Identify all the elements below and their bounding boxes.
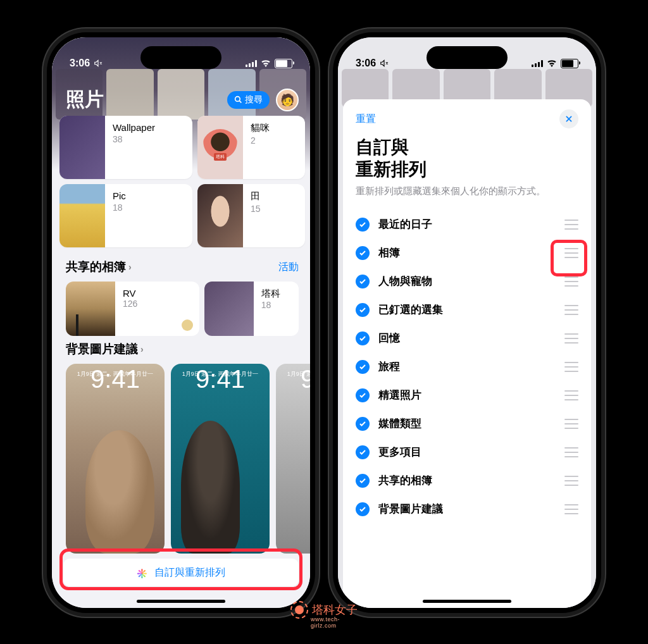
reorder-item-label: 媒體類型 xyxy=(378,416,556,431)
reorder-item-label: 精選照片 xyxy=(378,388,556,402)
album-card-pic[interactable]: Pic 18 xyxy=(59,184,192,247)
album-card-wallpaper[interactable]: Wallpaper 38 xyxy=(59,116,192,179)
drag-handle-icon[interactable] xyxy=(564,362,578,372)
album-card-cat[interactable]: 貓咪 2 xyxy=(197,116,305,179)
reset-button[interactable]: 重置 xyxy=(356,113,376,126)
checkbox-checked[interactable] xyxy=(356,275,370,288)
drag-handle-icon[interactable] xyxy=(564,476,578,486)
reorder-item[interactable]: 相簿 xyxy=(356,238,578,267)
chevron-right-icon: › xyxy=(140,344,144,354)
status-time: 3:06 xyxy=(356,58,376,69)
album-thumb xyxy=(197,184,243,247)
reorder-item-label: 回憶 xyxy=(378,331,556,345)
checkbox-checked[interactable] xyxy=(356,303,370,317)
reorder-item-label: 人物與寵物 xyxy=(378,274,556,288)
mute-icon xyxy=(94,59,103,68)
shared-activity-link[interactable]: 活動 xyxy=(278,261,299,274)
home-indicator[interactable] xyxy=(423,600,511,603)
reorder-item[interactable]: 回憶 xyxy=(356,324,578,352)
reorder-item-label: 更多項目 xyxy=(378,445,556,459)
drag-handle-icon[interactable] xyxy=(564,276,578,287)
iphone-mockup-right: 3:06 重置 xyxy=(329,28,605,617)
reorder-item[interactable]: 已釘選的選集 xyxy=(356,295,578,324)
status-time: 3:06 xyxy=(70,58,90,69)
photos-app-icon xyxy=(137,566,149,579)
reorder-item-label: 相簿 xyxy=(378,245,556,260)
customize-reorder-button[interactable]: 自訂與重新排列 xyxy=(63,559,299,586)
album-thumb xyxy=(59,116,105,179)
reorder-item[interactable]: 人物與寵物 xyxy=(356,267,578,295)
reorder-item[interactable]: 精選照片 xyxy=(356,381,578,409)
battery-icon xyxy=(561,59,578,68)
drag-handle-icon[interactable] xyxy=(564,504,578,514)
drag-handle-icon[interactable] xyxy=(564,305,578,315)
checkbox-checked[interactable] xyxy=(356,360,370,374)
dynamic-island xyxy=(427,46,508,69)
album-thumb xyxy=(66,282,115,336)
drag-handle-icon[interactable] xyxy=(564,220,578,230)
reorder-item-label: 最近的日子 xyxy=(378,217,556,232)
search-button[interactable]: 搜尋 xyxy=(227,91,270,109)
reorder-item-label: 共享的相簿 xyxy=(378,473,556,488)
chevron-right-icon: › xyxy=(128,262,132,272)
svg-point-0 xyxy=(235,97,240,102)
home-indicator[interactable] xyxy=(137,600,225,603)
wifi-icon xyxy=(547,59,557,67)
drag-handle-icon[interactable] xyxy=(564,390,578,400)
album-card-tian[interactable]: 田 15 xyxy=(197,184,305,247)
search-icon xyxy=(234,96,242,104)
album-thumb xyxy=(204,282,254,336)
reorder-item[interactable]: 背景圖片建議 xyxy=(356,495,578,523)
checkbox-checked[interactable] xyxy=(356,474,370,488)
reorder-item-label: 背景圖片建議 xyxy=(378,502,556,516)
customize-sheet: 重置 自訂與重新排列 重新排列或隱藏選集來個人化你的顯示方式。 最近的日子相簿人… xyxy=(343,99,591,608)
reorder-item[interactable]: 更多項目 xyxy=(356,438,578,466)
sheet-title: 自訂與重新排列 xyxy=(356,136,578,180)
drag-handle-icon[interactable] xyxy=(564,333,578,344)
shared-album-techgirlz[interactable]: 塔科 18 xyxy=(204,282,299,336)
close-icon xyxy=(564,115,573,123)
checkbox-checked[interactable] xyxy=(356,246,370,260)
signal-icon xyxy=(246,59,257,67)
checkbox-checked[interactable] xyxy=(356,502,370,516)
app-title: 照片 xyxy=(66,87,104,113)
battery-icon xyxy=(275,59,292,68)
drag-handle-icon[interactable] xyxy=(564,419,578,429)
checkbox-checked[interactable] xyxy=(356,218,370,232)
reorder-item-label: 旅程 xyxy=(378,359,556,374)
reorder-item[interactable]: 最近的日子 xyxy=(356,210,578,238)
iphone-mockup-left: 3:06 照片 搜尋 xyxy=(43,28,319,617)
drag-handle-icon[interactable] xyxy=(564,447,578,457)
shared-owner-badge xyxy=(182,319,193,331)
watermark: 塔科女子 www.tech-girlz.com xyxy=(290,601,358,619)
wallpaper-suggestions-header[interactable]: 背景圖片建議 › xyxy=(66,341,144,357)
reorder-item[interactable]: 媒體類型 xyxy=(356,409,578,438)
wallpaper-suggestion-2[interactable]: 1月9日 週二，丙戌年冬月廿一 9:41 xyxy=(171,364,270,554)
album-thumb xyxy=(59,184,105,247)
close-button[interactable] xyxy=(559,109,578,128)
reorder-item-label: 已釘選的選集 xyxy=(378,302,556,317)
checkbox-checked[interactable] xyxy=(356,331,370,345)
reorder-item[interactable]: 共享的相簿 xyxy=(356,466,578,495)
reorder-item[interactable]: 旅程 xyxy=(356,352,578,381)
sheet-description: 重新排列或隱藏選集來個人化你的顯示方式。 xyxy=(356,185,578,197)
signal-icon xyxy=(532,59,543,67)
album-thumb xyxy=(197,116,243,179)
dynamic-island xyxy=(140,46,221,69)
checkbox-checked[interactable] xyxy=(356,388,370,402)
profile-avatar[interactable]: 🧑 xyxy=(276,89,299,111)
shared-albums-header[interactable]: 共享的相簿 › xyxy=(66,259,132,275)
shared-album-rv[interactable]: RV 126 xyxy=(66,282,199,336)
wallpaper-suggestion-3[interactable]: 1月9日 週二，丙戌年冬月廿一 9:41 xyxy=(276,364,310,554)
drag-handle-icon[interactable] xyxy=(564,248,578,258)
wifi-icon xyxy=(261,59,271,67)
mute-icon xyxy=(380,59,389,68)
checkbox-checked[interactable] xyxy=(356,445,370,459)
checkbox-checked[interactable] xyxy=(356,417,370,431)
watermark-icon xyxy=(290,601,308,619)
wallpaper-suggestion-1[interactable]: 1月9日 週二，丙戌年冬月廿一 9:41 xyxy=(66,364,165,554)
